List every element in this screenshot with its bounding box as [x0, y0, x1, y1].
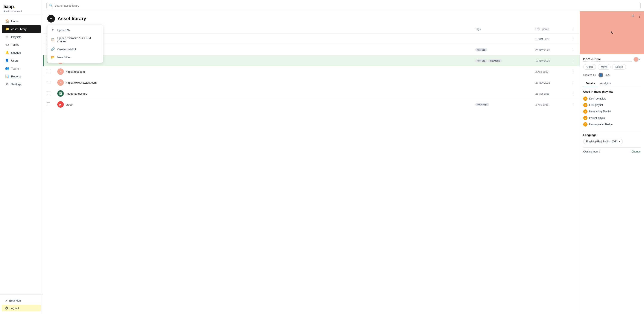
- sidebar-bottom: ↗ Beta Hub ⏻ Log out: [0, 295, 43, 314]
- logo: 5app.: [4, 4, 39, 9]
- asset-date: 13 Nov 2023: [536, 59, 550, 62]
- panel-color-swatch[interactable]: [634, 57, 639, 62]
- search-input-wrap[interactable]: 🔍: [46, 2, 640, 9]
- table-row[interactable]: ✓ ↖ BBC - Home first tagnew tags13 Nov 2…: [43, 55, 580, 66]
- nav-icon-topics: 🏷: [5, 43, 9, 46]
- owning-team-label: Owning team ℹ: [583, 150, 600, 153]
- tab-analytics[interactable]: Analytics: [598, 80, 614, 87]
- asset-preview: ↖ 👁 ⋮: [580, 11, 644, 54]
- table-row[interactable]: ♪ audio_MP3_700KB first tag24 Nov 2023⋮: [43, 44, 580, 55]
- asset-name-cell: ♪ audio_MP3_700KB: [57, 46, 468, 53]
- row-more-icon[interactable]: ⋮: [570, 58, 576, 63]
- used-in-playlists-title: Used in these playlists: [583, 90, 640, 93]
- preview-visibility-button[interactable]: 👁: [631, 13, 636, 19]
- page-header: + Asset library: [43, 11, 580, 25]
- sidebar-item-nudges[interactable]: 🔔 Nudges: [2, 49, 41, 56]
- sidebar-item-teams[interactable]: 👥 Teams: [2, 64, 41, 72]
- row-checkbox[interactable]: [47, 81, 50, 84]
- tag-badge: new tags: [488, 59, 502, 62]
- sidebar-item-settings[interactable]: ⚙ Settings: [2, 80, 41, 88]
- dropdown-icon-create-web-link: 🔗: [51, 47, 55, 51]
- dropdown-icon-upload-scorm: 📋: [51, 38, 55, 42]
- row-more-icon[interactable]: ⋮: [570, 47, 576, 52]
- panel-title-row: ▾: [583, 57, 640, 62]
- asset-tags-cell: new tags: [472, 99, 532, 110]
- asset-date: 2 Feb 2023: [536, 103, 548, 106]
- open-button[interactable]: Open: [583, 64, 596, 70]
- dropdown-label-create-web-link: Create web link: [57, 48, 77, 51]
- created-by-user: Jack: [605, 74, 610, 77]
- dropdown-icon-upload-file: ⬆: [51, 28, 55, 32]
- nav-label-nudges: Nudges: [11, 51, 21, 54]
- right-panel: ↖ 👁 ⋮ ▾ Open Mo: [580, 11, 644, 314]
- asset-tags-cell: [472, 33, 532, 44]
- change-team-link[interactable]: Change: [632, 150, 640, 153]
- asset-name: image-landscape: [66, 92, 87, 95]
- playlist-item[interactable]: ☰ Uncompleted Badge: [583, 121, 640, 128]
- row-more-icon[interactable]: ⋮: [570, 102, 576, 107]
- playlist-icon: ☰: [583, 103, 588, 107]
- dropdown-item-upload-file[interactable]: ⬆ Upload file: [48, 26, 103, 34]
- sidebar-item-asset-library[interactable]: 📁 Asset library: [2, 25, 41, 33]
- dropdown-item-new-folder[interactable]: 📂 New folder: [48, 53, 103, 61]
- playlists-list: ☰ Don't complete ☰ First playlist ☰ Numb…: [583, 95, 640, 128]
- page-title: Asset library: [58, 16, 86, 21]
- table-row[interactable]: 🖼 image-landscape 26 Oct 2023⋮: [43, 88, 580, 99]
- playlist-name: First playlist: [589, 104, 603, 107]
- asset-date: 26 Oct 2023: [536, 92, 549, 95]
- playlist-item[interactable]: ☰ Numbering Playlist: [583, 108, 640, 115]
- playlist-item[interactable]: ☰ First playlist: [583, 102, 640, 108]
- row-more-icon[interactable]: ⋮: [570, 36, 576, 41]
- tab-details[interactable]: Details: [583, 80, 598, 87]
- playlist-icon: ☰: [583, 122, 588, 127]
- playlist-name: Don't complete: [589, 97, 606, 100]
- sidebar-item-playlists[interactable]: ☰ Playlists: [2, 33, 41, 41]
- panel-body: ▾ Open Move Delete Created by 👤 Jack: [580, 54, 644, 314]
- nav-icon-settings: ⚙: [5, 82, 9, 86]
- row-checkbox[interactable]: [47, 70, 50, 73]
- playlist-item[interactable]: ☰ Parent playlist: [583, 115, 640, 121]
- dropdown-item-create-web-link[interactable]: 🔗 Create web link: [48, 45, 103, 53]
- table-row[interactable]: ▶ video new tags2 Feb 2023⋮: [43, 99, 580, 110]
- table-row[interactable]: ↖ https://test.com 2 Aug 2023⋮: [43, 66, 580, 77]
- asset-date: 24 Nov 2023: [536, 48, 550, 51]
- user-avatar: 👤: [598, 73, 603, 77]
- move-button[interactable]: Move: [598, 64, 610, 70]
- asset-name-cell: ?: [57, 36, 468, 42]
- language-section: Language English (GB) | English (GB) ▾: [583, 131, 640, 144]
- dropdown-icon-new-folder: 📂: [51, 55, 55, 59]
- beta-hub-arrow-icon: ↗: [5, 299, 8, 302]
- add-asset-button[interactable]: +: [47, 15, 55, 22]
- row-more-icon[interactable]: ⋮: [570, 80, 576, 85]
- search-bar: 🔍: [43, 0, 644, 11]
- dropdown-item-upload-scorm[interactable]: 📋 Upload microsite / SCORM course: [48, 34, 103, 45]
- row-more-icon[interactable]: ⋮: [570, 91, 576, 96]
- logout-label: Log out: [10, 307, 19, 310]
- playlist-icon: ☰: [583, 109, 588, 114]
- asset-name-cell: 🖼 image-landscape: [57, 90, 468, 97]
- nav-label-teams: Teams: [11, 67, 19, 70]
- sidebar-item-reports[interactable]: 📊 Reports: [2, 72, 41, 80]
- playlist-item[interactable]: ☰ Don't complete: [583, 95, 640, 102]
- table-more-icon[interactable]: ⋮: [570, 26, 576, 32]
- sidebar-item-topics[interactable]: 🏷 Topics: [2, 41, 41, 48]
- logout-button[interactable]: ⏻ Log out: [2, 305, 41, 312]
- asset-type-icon: ▶: [57, 101, 64, 108]
- beta-hub-link[interactable]: ↗ Beta Hub: [2, 297, 41, 304]
- search-input[interactable]: [54, 4, 638, 7]
- table-row[interactable]: ? 13 Oct 2023⋮: [43, 33, 580, 44]
- asset-date: 13 Oct 2023: [536, 37, 549, 40]
- language-select[interactable]: English (GB) | English (GB) ▾: [583, 139, 623, 144]
- table-row[interactable]: ↖ https://www.newtest.com 27 Nov 2023⋮: [43, 77, 580, 88]
- sidebar-item-users[interactable]: 👤 Users: [2, 57, 41, 64]
- row-more-icon[interactable]: ⋮: [570, 69, 576, 74]
- delete-button[interactable]: Delete: [612, 64, 626, 70]
- panel-title-input[interactable]: [583, 57, 632, 61]
- row-checkbox[interactable]: [47, 102, 50, 106]
- row-checkbox[interactable]: [47, 92, 50, 95]
- asset-name: video: [66, 103, 72, 106]
- sidebar-item-home[interactable]: 🏠 Home: [2, 17, 41, 25]
- owning-team-section: Owning team ℹ Change: [583, 147, 640, 153]
- preview-more-button[interactable]: ⋮: [637, 13, 642, 19]
- created-by-row: Created by 👤 Jack: [583, 73, 640, 77]
